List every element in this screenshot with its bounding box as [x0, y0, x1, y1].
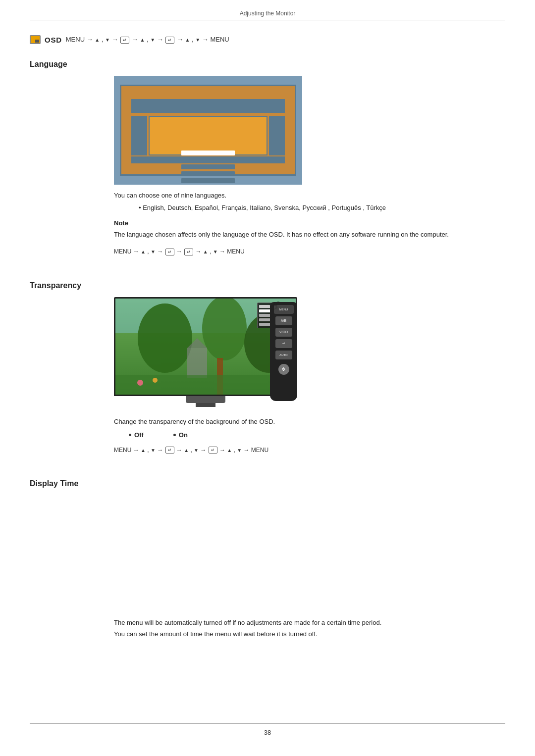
language-image	[114, 76, 302, 185]
page-header: Adjusting the Monitor	[30, 10, 505, 20]
languages-list: • English, Deutsch, Español, Français, I…	[139, 204, 505, 211]
transparency-sub-nav: MENU → , → ↵ → , → ↵ → , → MENU	[114, 447, 505, 454]
osd-title: OSD	[45, 36, 62, 44]
remote-vod-btn: V/OD	[275, 328, 292, 337]
language-section: Language	[30, 55, 505, 266]
display-time-section: Display Time The menu will be automatica…	[30, 474, 505, 642]
transparency-heading: Transparency	[30, 281, 505, 290]
remote-ab-label: A/B	[281, 319, 286, 322]
osd-nav-sequence: MENU → , → ↵ → , → ↵ → , → MENU	[66, 36, 229, 44]
remote-control: MENU A/B V/OD ↵ AUTO ⏻	[270, 302, 297, 401]
remote-enter-label: ↵	[282, 342, 285, 346]
remote-ab-btn: A/B	[275, 316, 292, 325]
option-off: Off	[129, 431, 144, 439]
language-heading: Language	[30, 60, 505, 69]
header-text: Adjusting the Monitor	[240, 10, 296, 17]
bottom-rule	[30, 723, 505, 724]
bullet-dot-off	[129, 434, 131, 436]
language-sub-nav: MENU → , → ↵ → ↵ → , → MENU	[114, 248, 505, 255]
svg-point-3	[202, 299, 247, 360]
note-label: Note	[114, 219, 505, 227]
note-text: The language chosen affects only the lan…	[114, 230, 461, 240]
monitor-stand	[196, 403, 215, 407]
remote-power-btn: ⏻	[278, 364, 289, 375]
off-on-options: Off On	[129, 431, 505, 439]
language-screenshot	[114, 76, 302, 185]
monitor-base	[186, 396, 225, 403]
transparency-image-container: MENU A/B V/OD ↵ AUTO ⏻	[114, 297, 327, 411]
remote-vod-label: V/OD	[279, 330, 288, 334]
transparency-description: Change the transparency of the backgroun…	[114, 418, 505, 425]
display-time-image-placeholder	[30, 495, 505, 614]
page-footer: 38	[30, 729, 505, 736]
display-time-desc1: The menu will be automatically turned of…	[114, 619, 505, 626]
remote-enter-btn: ↵	[275, 339, 292, 348]
osd-title-bar: OSD MENU → , → ↵ → , → ↵ → , → MENU	[30, 35, 505, 44]
osd-icon	[30, 35, 41, 44]
transparency-section: Transparency	[30, 276, 505, 465]
language-description: You can choose one of nine languages.	[114, 192, 505, 199]
svg-point-9	[137, 380, 143, 386]
option-off-label: Off	[134, 431, 144, 439]
svg-rect-6	[187, 348, 207, 378]
svg-point-10	[153, 378, 158, 383]
remote-auto-label: AUTO	[279, 353, 288, 356]
page-number: 38	[264, 729, 271, 736]
option-on: On	[173, 431, 188, 439]
bullet-dot-on	[173, 434, 176, 436]
svg-point-2	[138, 303, 192, 373]
display-time-heading: Display Time	[30, 479, 505, 488]
transparency-visual: MENU A/B V/OD ↵ AUTO ⏻	[114, 297, 297, 407]
option-on-label: On	[179, 431, 188, 439]
languages-bullet-text: • English, Deutsch, Español, Français, I…	[139, 204, 386, 211]
remote-auto-btn: AUTO	[275, 351, 292, 359]
display-time-desc2: You can set the amount of time the menu …	[114, 630, 505, 638]
